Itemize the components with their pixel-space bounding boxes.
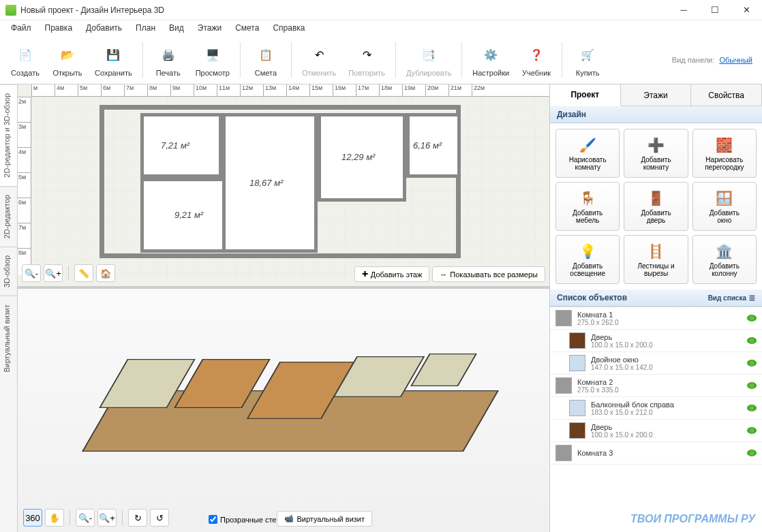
design-btn-6[interactable]: 💡Добавитьосвещение: [555, 235, 620, 284]
menu-план[interactable]: План: [130, 22, 161, 34]
app-icon: [5, 5, 16, 16]
rotate-360[interactable]: 360: [23, 509, 42, 527]
design-btn-0[interactable]: 🖌️Нарисоватькомнату: [555, 129, 620, 178]
side-tab-3[interactable]: Виртуальный визит: [0, 296, 17, 381]
redo-icon: ↷: [354, 43, 379, 67]
dup-icon: 📑: [416, 43, 441, 67]
menu-справка[interactable]: Справка: [267, 22, 310, 34]
design-btn-4[interactable]: 🚪Добавитьдверь: [624, 182, 688, 231]
design-btn-2[interactable]: 🧱Нарисоватьперегородку: [692, 129, 757, 178]
zoom-in-2d[interactable]: 🔍+: [44, 264, 63, 282]
side-tab-0[interactable]: 2D-редактор и 3D-обзор: [0, 84, 17, 186]
home-tool[interactable]: 🏠: [96, 264, 115, 282]
measure-tool[interactable]: 📏: [74, 264, 93, 282]
rp-tab-Свойства[interactable]: Свойства: [691, 84, 762, 106]
window-title: Новый проект - Дизайн Интерьера 3D: [20, 5, 164, 15]
visibility-icon[interactable]: [747, 405, 757, 411]
rotate-cw[interactable]: ↻: [128, 509, 147, 527]
virtual-visit-button[interactable]: 📹 Виртуальный визит: [277, 511, 372, 527]
new-icon: 📄: [13, 43, 37, 67]
toolbar-dup: 📑Дублировать: [401, 41, 456, 79]
design-section-header: Дизайн: [550, 106, 762, 123]
transparent-walls-checkbox[interactable]: Прозрачные стены: [209, 515, 286, 524]
menu-смета[interactable]: Смета: [230, 22, 264, 34]
toolbar-undo: ↶Отменить: [297, 41, 341, 79]
object-list-header: Список объектов: [557, 293, 627, 302]
watermark: ТВОИ ПРОГРАММЫ РУ: [630, 513, 755, 525]
visibility-icon[interactable]: [747, 450, 757, 456]
undo-icon: ↶: [307, 43, 331, 67]
design-btn-3[interactable]: 🪑Добавитьмебель: [555, 182, 620, 231]
zoom-out-2d[interactable]: 🔍-: [22, 264, 41, 282]
toolbar-buy[interactable]: 🛒Купить: [568, 41, 607, 79]
object-item[interactable]: Двойное окно147.0 x 15.0 x 142.0: [550, 352, 762, 375]
design-btn-7[interactable]: 🪜Лестницы ивырезы: [624, 235, 688, 284]
toolbar-new[interactable]: 📄Создать: [5, 41, 45, 79]
menu-добавить[interactable]: Добавить: [80, 22, 127, 34]
toolbar-settings[interactable]: ⚙️Настройки: [468, 41, 514, 79]
toolbar-open[interactable]: 📂Открыть: [48, 41, 87, 79]
object-item[interactable]: Балконный блок справа183.0 x 15.0 x 212.…: [550, 397, 762, 420]
maximize-button[interactable]: ☐: [699, 0, 731, 20]
rp-tab-Проект[interactable]: Проект: [550, 84, 621, 106]
design-btn-8[interactable]: 🏛️Добавитьколонну: [692, 235, 757, 284]
show-dims-button[interactable]: ↔ Показывать все размеры: [432, 266, 545, 282]
ruler-horizontal: м4м5м6м7м8м9м10м11м12м13м14м15м16м17м18м…: [31, 84, 549, 97]
canvas-2d[interactable]: м4м5м6м7м8м9м10м11м12м13м14м15м16м17м18м…: [18, 84, 549, 289]
visibility-icon[interactable]: [747, 337, 757, 344]
side-tab-2[interactable]: 3D-обзор: [0, 247, 17, 296]
visibility-icon[interactable]: [747, 315, 757, 322]
zoom-out-3d[interactable]: 🔍-: [76, 509, 95, 527]
object-item[interactable]: Комната 3: [550, 442, 762, 465]
menu-вид[interactable]: Вид: [164, 22, 189, 34]
menu-правка[interactable]: Правка: [40, 22, 78, 34]
open-icon: 📂: [55, 43, 80, 67]
close-button[interactable]: ✕: [731, 0, 762, 20]
toolbar-help[interactable]: ❓Учебник: [517, 41, 556, 79]
menu-этажи[interactable]: Этажи: [192, 22, 227, 34]
toolbar-print[interactable]: 🖨️Печать: [149, 41, 188, 79]
view-list-link[interactable]: Вид списка ☰: [708, 294, 755, 302]
pan-3d[interactable]: ✋: [45, 509, 64, 527]
panel-mode-link[interactable]: Обычный: [719, 56, 752, 64]
settings-icon: ⚙️: [478, 43, 503, 67]
ruler-vertical: 2м3м4м5м6м7м8м: [18, 97, 31, 275]
estimate-icon: 📋: [254, 43, 278, 67]
print-icon: 🖨️: [156, 43, 181, 67]
add-floor-button[interactable]: ✚ Добавить этаж: [354, 266, 429, 282]
zoom-in-3d[interactable]: 🔍+: [97, 509, 117, 527]
rp-tab-Этажи[interactable]: Этажи: [621, 84, 692, 106]
visibility-icon[interactable]: [747, 382, 757, 389]
canvas-3d[interactable]: 360 ✋ 🔍- 🔍+ ↻ ↺ Прозрачные стены 📹 Вирту…: [18, 289, 549, 532]
toolbar-redo: ↷Повторить: [344, 41, 390, 79]
toolbar-save[interactable]: 💾Сохранить: [90, 41, 137, 79]
object-item[interactable]: Комната 2275.0 x 335.0: [550, 375, 762, 397]
minimize-button[interactable]: ─: [668, 0, 699, 20]
save-icon: 💾: [101, 43, 125, 67]
rotate-ccw[interactable]: ↺: [150, 509, 169, 527]
preview-icon: 🖥️: [200, 43, 225, 67]
visibility-icon[interactable]: [747, 360, 757, 366]
side-tab-1[interactable]: 2D-редактор: [0, 186, 17, 247]
design-btn-1[interactable]: ➕Добавитькомнату: [624, 129, 688, 178]
object-item[interactable]: Дверь100.0 x 15.0 x 200.0: [550, 330, 762, 352]
design-btn-5[interactable]: 🪟Добавитьокно: [692, 182, 757, 231]
toolbar-estimate[interactable]: 📋Смета: [246, 41, 286, 79]
buy-icon: 🛒: [575, 43, 600, 67]
menu-файл[interactable]: Файл: [5, 22, 37, 34]
object-item[interactable]: Комната 1275.0 x 262.0: [550, 307, 762, 330]
help-icon: ❓: [524, 43, 549, 67]
visibility-icon[interactable]: [747, 427, 757, 434]
toolbar-preview[interactable]: 🖥️Просмотр: [191, 41, 234, 79]
object-item[interactable]: Дверь100.0 x 15.0 x 200.0: [550, 420, 762, 442]
panel-mode-label: Вид панели: Обычный: [672, 56, 758, 64]
